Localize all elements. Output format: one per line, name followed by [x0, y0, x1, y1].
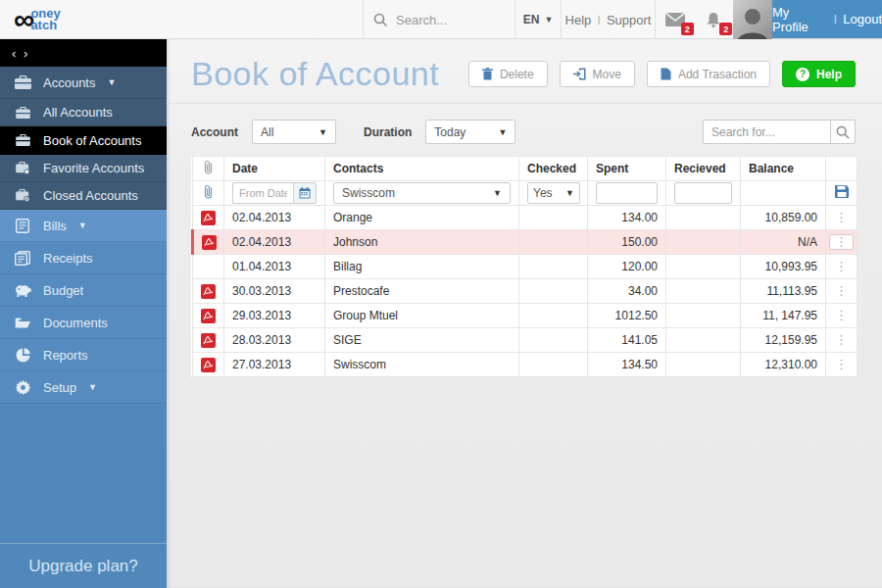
- spent-cell: 1012.50: [588, 304, 666, 328]
- from-date-input[interactable]: [232, 182, 293, 204]
- row-menu-icon[interactable]: ⋮: [830, 309, 853, 322]
- table-search-button[interactable]: [830, 120, 856, 144]
- help-link[interactable]: Help: [565, 13, 592, 27]
- help-button-label: Help: [816, 68, 842, 81]
- row-menu-icon[interactable]: ⋮: [830, 284, 853, 298]
- collapse-chevrons-icon: ‹ ›: [12, 46, 29, 61]
- upgrade-plan-link[interactable]: Upgrade plan?: [0, 543, 167, 588]
- sidebar-item-setup[interactable]: Setup ▼: [0, 371, 167, 404]
- alerts-button[interactable]: 2: [702, 8, 725, 31]
- pdf-icon[interactable]: [201, 333, 216, 348]
- received-cell: [666, 279, 741, 304]
- sidebar-item-favorite-accounts[interactable]: Favorite Accounts: [0, 155, 167, 182]
- sidebar-item-label: Documents: [43, 316, 108, 330]
- sidebar-item-accounts[interactable]: Accounts ▼: [0, 67, 167, 99]
- messages-button[interactable]: 2: [663, 8, 687, 31]
- table-row[interactable]: 01.04.2013 Billag 120.00 10,993.95 ⋮: [193, 255, 858, 279]
- sidebar-item-closed-accounts[interactable]: Closed Accounts: [0, 182, 167, 210]
- global-search-placeholder: Search...: [396, 13, 447, 27]
- received-column-header[interactable]: Recieved: [666, 157, 741, 181]
- pdf-cell: [193, 206, 224, 230]
- sidebar-item-label: Favorite Accounts: [43, 161, 144, 175]
- sidebar-item-budget[interactable]: Budget: [0, 274, 167, 307]
- delete-button[interactable]: Delete: [468, 61, 548, 87]
- duration-filter-select[interactable]: Today ▼: [425, 120, 515, 144]
- pdf-icon[interactable]: [201, 309, 216, 323]
- calendar-button[interactable]: [293, 182, 317, 204]
- balance-cell: N/A: [741, 230, 826, 255]
- sidebar-item-documents[interactable]: Documents: [0, 307, 167, 339]
- contact-cell: Johnson: [325, 230, 519, 255]
- contacts-column-header[interactable]: Contacts: [325, 157, 519, 181]
- row-menu-icon[interactable]: ⋮: [830, 260, 853, 273]
- sidebar-item-label: Book of Accounts: [43, 133, 141, 148]
- checked-column-header[interactable]: Checked: [519, 157, 588, 181]
- sidebar-item-label: Closed Accounts: [43, 188, 138, 203]
- page-title: Book of Account: [191, 55, 457, 93]
- received-filter-input[interactable]: [674, 182, 732, 204]
- chevron-down-icon: ▼: [565, 188, 574, 198]
- date-cell: 27.03.2013: [224, 353, 325, 377]
- sidebar-collapse-button[interactable]: ‹ ›: [0, 39, 167, 67]
- table-row[interactable]: 02.04.2013 Orange 134.00 10,859.00 ⋮: [193, 206, 858, 230]
- row-menu-icon[interactable]: ⋮: [830, 358, 853, 371]
- row-menu-icon[interactable]: ⋮: [829, 234, 854, 250]
- spent-column-header[interactable]: Spent: [588, 157, 666, 181]
- paperclip-icon: [204, 184, 213, 199]
- pdf-icon[interactable]: [201, 358, 216, 372]
- global-search[interactable]: Search...: [363, 0, 514, 39]
- checked-cell: [519, 353, 588, 377]
- contact-filter-select[interactable]: Swisscom ▼: [333, 182, 511, 204]
- table-search-input[interactable]: [703, 120, 830, 144]
- briefcase-star-icon: [14, 162, 31, 174]
- checked-filter-select[interactable]: Yes ▼: [527, 182, 580, 204]
- balance-column-header[interactable]: Balance: [741, 157, 826, 181]
- sidebar-item-all-accounts[interactable]: All Accounts: [0, 99, 167, 126]
- app-logo[interactable]: ∞ oney atch: [0, 0, 167, 38]
- logo-line2: atch: [30, 20, 60, 31]
- notification-area: 2 2: [655, 0, 733, 39]
- calendar-icon: [299, 187, 311, 199]
- account-filter-select[interactable]: All ▼: [252, 120, 336, 144]
- balance-cell: 12,310.00: [741, 353, 826, 377]
- sidebar-item-label: All Accounts: [43, 105, 113, 120]
- table-row[interactable]: 28.03.2013 SIGE 141.05 12,159.95 ⋮: [193, 328, 858, 353]
- contact-cell: Prestocafe: [325, 279, 519, 304]
- help-button[interactable]: ? Help: [782, 61, 856, 87]
- date-column-header[interactable]: Date: [224, 157, 325, 181]
- my-profile-link[interactable]: My Profile: [772, 5, 828, 34]
- sidebar-item-label: Budget: [43, 283, 83, 298]
- sidebar-item-reports[interactable]: Reports: [0, 339, 167, 371]
- save-icon[interactable]: [835, 185, 849, 198]
- pdf-icon[interactable]: [202, 235, 217, 250]
- pdf-icon[interactable]: [201, 211, 216, 225]
- spent-cell: 134.00: [588, 206, 666, 230]
- received-filter-cell: [666, 181, 741, 206]
- sidebar-item-label: Accounts: [43, 75, 95, 90]
- sidebar-item-book-of-accounts[interactable]: Book of Accounts: [0, 126, 167, 155]
- table-row[interactable]: 30.03.2013 Prestocafe 34.00 11,113.95 ⋮: [193, 279, 858, 304]
- pdf-icon[interactable]: [201, 284, 216, 299]
- sidebar: ‹ › Accounts ▼ All Accounts Book of Acco…: [0, 39, 167, 588]
- language-value: EN: [523, 13, 540, 26]
- table-row[interactable]: 02.04.2013 Johnson 150.00 N/A ⋮: [193, 230, 858, 255]
- user-avatar[interactable]: [733, 0, 772, 39]
- logout-link[interactable]: Logout: [843, 12, 882, 26]
- language-dropdown[interactable]: EN ▼: [514, 0, 561, 39]
- move-button[interactable]: Move: [560, 61, 635, 87]
- add-transaction-button-label: Add Trasaction: [678, 68, 757, 81]
- main-content: Book of Account Delete Move Add Trasacti…: [167, 39, 882, 588]
- spent-filter-input[interactable]: [596, 182, 658, 204]
- save-filter-cell: [826, 181, 858, 206]
- support-link[interactable]: Support: [607, 13, 652, 27]
- table-row[interactable]: 27.03.2013 Swisscom 134.50 12,310.00 ⋮: [193, 353, 858, 377]
- sidebar-item-receipts[interactable]: Receipts: [0, 242, 167, 274]
- row-menu-icon[interactable]: ⋮: [830, 211, 853, 224]
- contact-filter-cell: Swisscom ▼: [325, 181, 519, 206]
- add-transaction-button[interactable]: Add Trasaction: [647, 61, 770, 87]
- table-row[interactable]: 29.03.2013 Group Mtuel 1012.50 11, 147.9…: [193, 304, 858, 328]
- pdf-cell: [193, 353, 224, 377]
- question-mark-icon: ?: [796, 68, 809, 81]
- row-menu-icon[interactable]: ⋮: [830, 333, 853, 347]
- sidebar-item-bills[interactable]: Bills ▼: [0, 210, 167, 242]
